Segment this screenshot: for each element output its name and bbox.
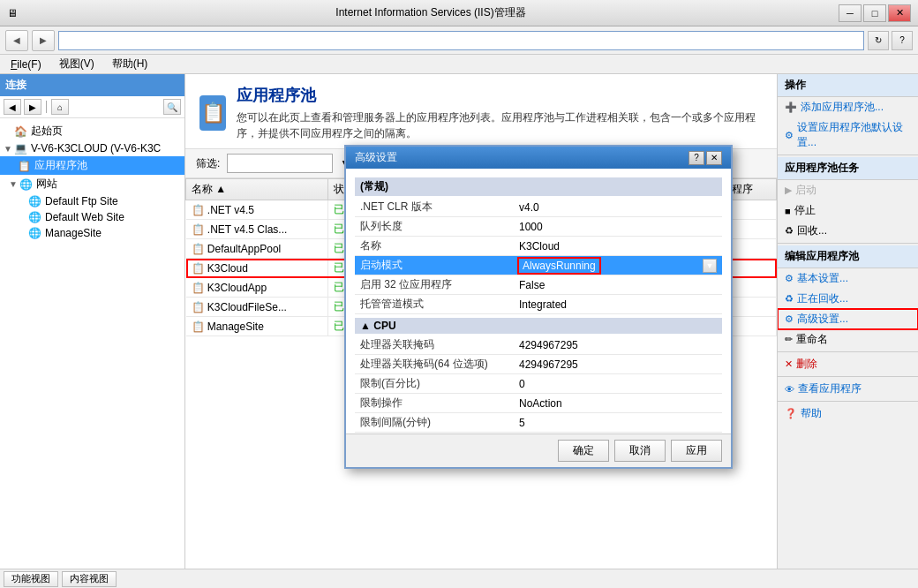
advanced-settings-link[interactable]: ⚙ 高级设置... (778, 309, 918, 329)
prop-queue-length: 队列长度 1000 (355, 217, 722, 237)
tree-label-sites: 网站 (36, 177, 57, 192)
prop-32bit: 启用 32 位应用程序 False (355, 275, 722, 295)
prop-clr-version: .NET CLR 版本 v4.0 (355, 198, 722, 217)
pool-icon: 📋 (192, 204, 205, 216)
tree-label-home: 起始页 (31, 124, 63, 139)
prop-value-limit-interval: 5 (514, 415, 722, 431)
tree-item-home[interactable]: 🏠 起始页 (0, 122, 184, 140)
menu-help[interactable]: 帮助(H) (109, 55, 152, 73)
window-title: Internet Information Services (IIS)管理器 (23, 5, 839, 20)
refresh-icon[interactable]: ↻ (868, 31, 889, 50)
pool-icon: 📋 (192, 262, 205, 275)
server-icon: 💻 (14, 142, 27, 155)
sidebar-back-button[interactable]: ◀ (4, 99, 21, 115)
minimize-button[interactable]: ─ (839, 4, 862, 22)
tree-label-ftp: Default Ftp Site (45, 195, 118, 207)
dialog-help-button[interactable]: ? (688, 151, 704, 165)
back-button[interactable]: ◀ (5, 30, 28, 51)
divider4 (778, 376, 918, 377)
sites-expand-icon: ▼ (9, 179, 18, 189)
set-defaults-link[interactable]: ⚙ 设置应用程序池默认设置... (778, 117, 918, 153)
rename-link[interactable]: ✏ 重命名 (778, 329, 918, 350)
close-button[interactable]: ✕ (888, 4, 911, 22)
recycle-link[interactable]: ♻ 回收... (778, 221, 918, 241)
filter-label: 筛选: (196, 156, 220, 171)
feature-view-button[interactable]: 功能视图 (4, 571, 58, 587)
tree-item-manage[interactable]: 🌐 ManageSite (0, 225, 184, 241)
start-icon: ▶ (785, 185, 792, 196)
forward-button[interactable]: ▶ (32, 30, 55, 51)
divider2 (778, 243, 918, 244)
menu-view[interactable]: 视图(V) (56, 55, 98, 73)
view-apps-link[interactable]: 👁 查看应用程序 (778, 379, 918, 399)
address-icons: ↻ ? (868, 31, 913, 50)
tree-item-server[interactable]: ▼ 💻 V-V6-K3CLOUD (V-V6-K3C (0, 140, 184, 156)
window-controls: ─ □ ✕ (839, 4, 911, 22)
sites-icon: 🌐 (19, 178, 33, 191)
stop-link[interactable]: ■ 停止 (778, 200, 918, 221)
basic-icon: ⚙ (785, 273, 794, 284)
prop-affinity-mask: 处理器关联掩码 4294967295 (355, 335, 722, 355)
content-header-icon: 📋 (199, 95, 226, 131)
sidebar-home-button[interactable]: ⌂ (51, 99, 69, 115)
adv-icon: ⚙ (785, 313, 794, 325)
dialog-ok-button[interactable]: 确定 (558, 440, 609, 462)
recycling-link[interactable]: ♻ 正在回收... (778, 289, 918, 309)
dialog-close-button[interactable]: ✕ (706, 151, 722, 165)
add-apppool-link[interactable]: ➕ 添加应用程序池... (778, 97, 918, 117)
prop-limit-action: 限制操作 NoAction (355, 394, 722, 413)
pool-icon: 📋 (192, 301, 205, 313)
ftp-icon: 🌐 (28, 195, 41, 207)
tree-item-web[interactable]: 🌐 Default Web Site (0, 209, 184, 225)
divider3 (778, 351, 918, 352)
address-input[interactable]: V-V6-K3CLOUD ▶ 应用程序池 (58, 31, 864, 50)
recycle2-icon: ♻ (785, 293, 794, 305)
delete-link[interactable]: ✕ 删除 (778, 354, 918, 374)
prop-value-affinity: 4294967295 (514, 337, 722, 353)
dialog-cancel-button[interactable]: 取消 (614, 440, 666, 462)
sidebar-header: 连接 (0, 74, 184, 96)
dialog-title-text: 高级设置 (355, 150, 397, 165)
menu-file[interactable]: File(F) (7, 57, 45, 72)
help-link[interactable]: ❓ 帮助 (778, 403, 918, 424)
prop-name-affinity-enabled: 已启用处理器关联 (355, 433, 514, 433)
web-icon: 🌐 (28, 211, 41, 223)
divider5 (778, 401, 918, 402)
tree-item-apppools[interactable]: 📋 应用程序池 (0, 156, 184, 175)
prop-name-limit-pct: 限制(百分比) (355, 374, 514, 393)
prop-value-name: K3Cloud (514, 238, 722, 254)
prop-value-clr: v4.0 (514, 200, 722, 215)
tree-label-server: V-V6-K3CLOUD (V-V6-K3C (31, 142, 161, 155)
recycle-icon: ♻ (785, 225, 794, 237)
menu-bar: File(F) 视图(V) 帮助(H) (0, 55, 918, 74)
dialog-apply-button[interactable]: 应用 (671, 440, 722, 462)
content-title: 应用程序池 (237, 85, 763, 106)
prop-value-pipeline: Integrated (514, 297, 722, 313)
sidebar: 连接 ◀ ▶ ⌂ 🔍 🏠 起始页 ▼ 💻 V-V6-K3CLOUD (V-V6-… (0, 74, 185, 569)
manage-icon: 🌐 (28, 227, 41, 239)
tree-item-ftp[interactable]: 🌐 Default Ftp Site (0, 193, 184, 209)
address-bar: ◀ ▶ V-V6-K3CLOUD ▶ 应用程序池 ↻ ? (0, 26, 918, 55)
help-icon[interactable]: ? (892, 31, 913, 50)
prop-value-32bit: False (514, 277, 722, 293)
prop-name-queue: 队列长度 (355, 217, 514, 236)
sidebar-add-button[interactable]: 🔍 (163, 99, 181, 115)
sidebar-forward-button[interactable]: ▶ (24, 99, 41, 115)
prop-value-limit-action: NoAction (514, 396, 722, 411)
basic-settings-link[interactable]: ⚙ 基本设置... (778, 268, 918, 289)
prop-start-mode[interactable]: 启动模式 AlwaysRunning ▼ (355, 256, 722, 275)
expand-icon: ▼ (4, 144, 12, 154)
prop-name-startmode: 启动模式 (355, 256, 514, 275)
home-icon: 🏠 (14, 125, 27, 138)
start-link[interactable]: ▶ 启动 (778, 180, 918, 200)
tree-item-sites[interactable]: ▼ 🌐 网站 (0, 175, 184, 193)
help2-icon: ❓ (785, 408, 797, 419)
filter-input[interactable] (227, 154, 333, 173)
prop-name-pipeline: 托管管道模式 (355, 295, 514, 313)
prop-name-32bit: 启用 32 位应用程序 (355, 275, 514, 294)
dropdown-arrow-icon[interactable]: ▼ (703, 259, 717, 273)
apppool-icon: 📋 (18, 160, 31, 172)
maximize-button[interactable]: □ (863, 4, 886, 22)
content-view-button[interactable]: 内容视图 (62, 571, 117, 587)
col-name[interactable]: 名称 ▲ (186, 179, 328, 200)
